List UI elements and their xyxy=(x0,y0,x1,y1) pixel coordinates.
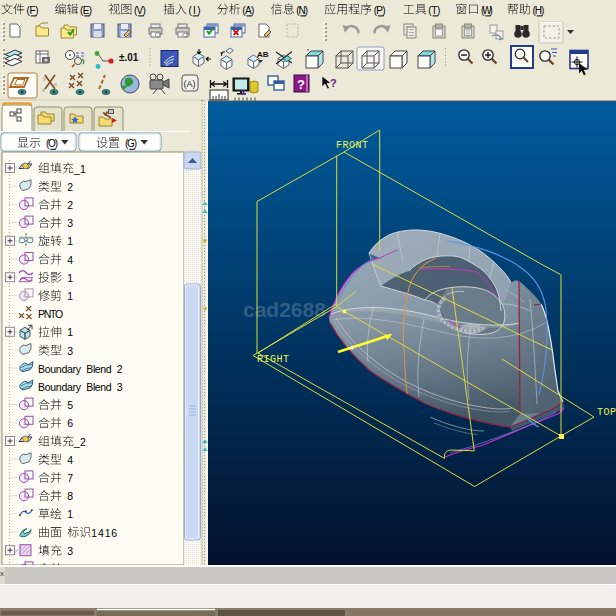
svg-text:FRONT: FRONT xyxy=(336,140,369,151)
svg-text:3: 3 xyxy=(67,217,73,229)
svg-text:(T): (T) xyxy=(428,5,440,16)
svg-text:1: 1 xyxy=(67,326,73,338)
svg-text:3: 3 xyxy=(117,381,123,393)
svg-text:7: 7 xyxy=(67,472,73,484)
svg-text:(A): (A) xyxy=(184,79,196,89)
svg-text:1: 1 xyxy=(67,290,73,302)
svg-text:x: x xyxy=(54,81,57,87)
svg-text:(E): (E) xyxy=(80,5,92,16)
svg-text:_2: _2 xyxy=(73,436,86,448)
svg-text:1: 1 xyxy=(67,235,73,247)
svg-text:6: 6 xyxy=(67,417,73,429)
svg-text:Blend: Blend xyxy=(86,363,111,375)
svg-text:3: 3 xyxy=(67,545,73,557)
svg-text:?: ? xyxy=(297,77,305,92)
svg-text:1: 1 xyxy=(67,272,73,284)
svg-text:2: 2 xyxy=(67,199,73,211)
svg-text:(N): (N) xyxy=(296,5,308,16)
svg-text:_1: _1 xyxy=(73,163,86,175)
svg-text:1: 1 xyxy=(67,508,73,520)
svg-text:(G): (G) xyxy=(125,138,137,149)
svg-text:(I): (I) xyxy=(189,5,201,16)
svg-text:(O): (O) xyxy=(46,138,58,149)
svg-text:4: 4 xyxy=(67,454,73,466)
svg-text:RIGHT: RIGHT xyxy=(257,354,290,365)
svg-text:(H): (H) xyxy=(532,5,544,16)
svg-text:Boundary: Boundary xyxy=(38,381,82,393)
svg-text:?: ? xyxy=(330,77,337,89)
svg-text:x: x xyxy=(0,569,4,578)
svg-text:3: 3 xyxy=(67,345,73,357)
svg-text:TOP: TOP xyxy=(597,407,616,418)
svg-text:2: 2 xyxy=(67,181,73,193)
svg-text:Blend: Blend xyxy=(86,381,111,393)
svg-text:2: 2 xyxy=(117,363,123,375)
svg-text:AB: AB xyxy=(257,50,269,59)
svg-text:PNTO: PNTO xyxy=(38,308,63,320)
svg-text:1416: 1416 xyxy=(91,527,117,539)
svg-text:(W): (W) xyxy=(481,5,493,16)
svg-text:(V): (V) xyxy=(134,5,146,16)
svg-text:(P): (P) xyxy=(374,5,386,16)
svg-text:(A): (A) xyxy=(242,5,254,16)
svg-text:±.01: ±.01 xyxy=(119,52,139,63)
svg-text:4: 4 xyxy=(67,254,73,266)
svg-text:z: z xyxy=(42,87,45,93)
svg-text:(F): (F) xyxy=(27,5,39,16)
svg-text:5: 5 xyxy=(67,399,73,411)
svg-text:8: 8 xyxy=(67,490,73,502)
svg-text:Boundary: Boundary xyxy=(38,363,82,375)
